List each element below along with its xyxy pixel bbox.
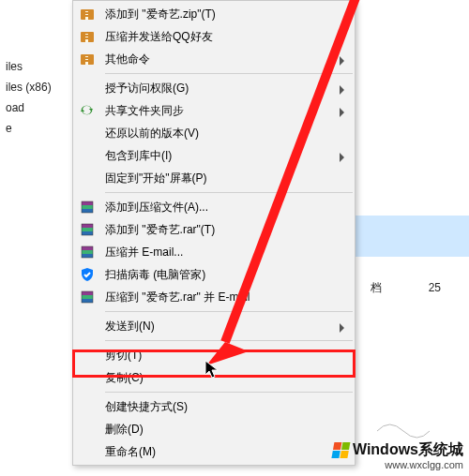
- menu-item[interactable]: 删除(D): [73, 418, 355, 440]
- menu-item-label: 压缩到 "爱奇艺.rar" 并 E-mail: [105, 290, 250, 304]
- menu-item-label: 授予访问权限(G): [105, 82, 189, 95]
- menu-item[interactable]: 共享文件夹同步: [73, 99, 355, 122]
- svg-rect-14: [82, 246, 93, 250]
- menu-separator: [105, 73, 353, 74]
- menu-item[interactable]: 发送到(N): [73, 315, 355, 337]
- menu-separator: [105, 311, 353, 312]
- svg-rect-16: [82, 254, 93, 258]
- list-cell: 25: [413, 277, 441, 298]
- menu-item-label: 压缩并发送给QQ好友: [105, 30, 213, 43]
- tree-item[interactable]: e: [0, 118, 72, 139]
- sync-icon: [79, 102, 96, 119]
- menu-item-label: 添加到 "爱奇艺.rar"(T): [105, 223, 215, 236]
- menu-item-label: 还原以前的版本(V): [105, 126, 199, 140]
- menu-item-label: 重命名(M): [105, 445, 156, 458]
- menu-item[interactable]: 创建快捷方式(S): [73, 395, 355, 418]
- menu-item-label: 压缩并 E-mail...: [105, 245, 183, 259]
- chevron-right-icon: [338, 103, 347, 118]
- menu-separator: [105, 392, 353, 393]
- svg-rect-7: [82, 205, 93, 209]
- tree-item[interactable]: oad: [0, 97, 72, 118]
- rar-icon: [79, 289, 96, 305]
- menu-item-label: 删除(D): [105, 423, 144, 436]
- svg-rect-8: [82, 209, 93, 213]
- menu-item[interactable]: 添加到 "爱奇艺.zip"(T): [73, 3, 355, 25]
- menu-item-label: 共享文件夹同步: [105, 104, 184, 117]
- zip-icon: [79, 51, 96, 67]
- menu-item-label: 扫描病毒 (电脑管家): [105, 268, 205, 281]
- menu-item[interactable]: 包含到库中(I): [73, 144, 355, 167]
- svg-rect-11: [82, 228, 93, 231]
- menu-item[interactable]: 压缩并 E-mail...: [73, 241, 355, 263]
- rar-icon: [79, 244, 96, 260]
- svg-rect-20: [82, 299, 93, 303]
- svg-rect-12: [82, 231, 93, 235]
- chevron-right-icon: [338, 52, 347, 67]
- rar-icon: [79, 221, 96, 238]
- menu-item-label: 包含到库中(I): [105, 149, 172, 162]
- menu-item-label: 添加到压缩文件(A)...: [105, 201, 208, 214]
- menu-item-label: 发送到(N): [105, 320, 155, 333]
- svg-rect-15: [82, 250, 93, 254]
- menu-item[interactable]: 压缩到 "爱奇艺.rar" 并 E-mail: [73, 286, 355, 308]
- menu-item-label: 创建快捷方式(S): [105, 400, 188, 413]
- rar-icon: [79, 199, 96, 216]
- nav-tree: iles iles (x86) oad e: [0, 0, 72, 476]
- menu-separator: [105, 192, 353, 193]
- menu-item-label: 固定到"开始"屏幕(P): [105, 171, 207, 185]
- menu-item[interactable]: 重命名(M): [73, 440, 355, 463]
- shield-icon: [79, 266, 96, 283]
- menu-item[interactable]: 固定到"开始"屏幕(P): [73, 167, 355, 189]
- chevron-right-icon: [338, 148, 347, 163]
- menu-item[interactable]: 其他命令: [73, 48, 355, 70]
- zip-icon: [79, 6, 96, 22]
- menu-item[interactable]: 还原以前的版本(V): [73, 122, 355, 144]
- svg-rect-6: [82, 201, 93, 205]
- decorative-curve: [375, 422, 431, 440]
- menu-item[interactable]: 添加到压缩文件(A)...: [73, 196, 355, 218]
- zip-icon: [79, 28, 96, 45]
- menu-separator: [105, 340, 353, 341]
- menu-item[interactable]: 复制(C): [73, 366, 355, 389]
- menu-item[interactable]: 授予访问权限(G): [73, 77, 355, 99]
- chevron-right-icon: [338, 81, 347, 96]
- context-menu: 添加到 "爱奇艺.zip"(T)压缩并发送给QQ好友其他命令授予访问权限(G)共…: [72, 0, 356, 466]
- menu-item-label: 添加到 "爱奇艺.zip"(T): [105, 7, 216, 21]
- tree-item[interactable]: iles: [0, 56, 72, 77]
- menu-item-label: 复制(C): [105, 371, 144, 384]
- tree-item[interactable]: iles (x86): [0, 77, 72, 97]
- menu-item[interactable]: 压缩并发送给QQ好友: [73, 25, 355, 48]
- svg-rect-10: [82, 224, 93, 228]
- svg-rect-19: [82, 295, 93, 299]
- svg-rect-18: [82, 291, 93, 295]
- menu-item[interactable]: 添加到 "爱奇艺.rar"(T): [73, 218, 355, 241]
- menu-item-label: 其他命令: [105, 52, 150, 66]
- menu-item-label: 剪切(T): [105, 349, 142, 362]
- menu-item[interactable]: 剪切(T): [73, 344, 355, 366]
- menu-item[interactable]: 扫描病毒 (电脑管家): [73, 263, 355, 286]
- watermark-title: Windows系统城: [353, 440, 463, 459]
- chevron-right-icon: [338, 319, 347, 334]
